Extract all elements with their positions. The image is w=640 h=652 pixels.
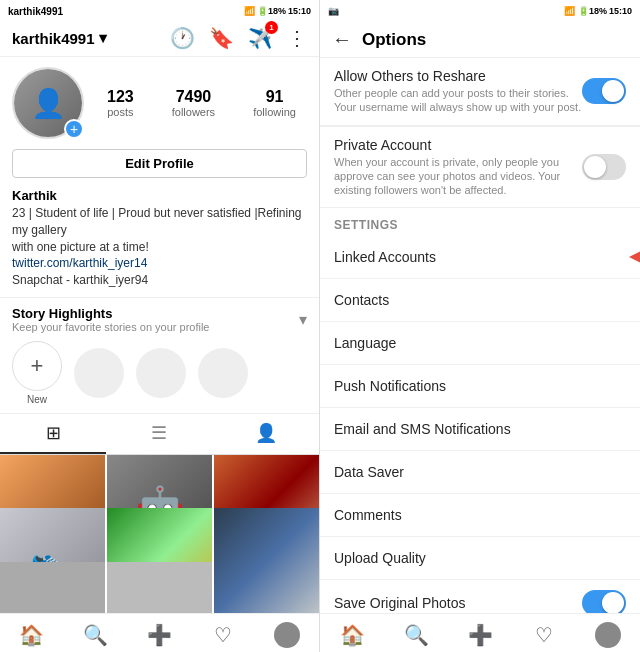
- allow-reshare-label: Allow Others to Reshare: [334, 68, 582, 84]
- settings-section-header: SETTINGS: [320, 208, 640, 236]
- bio-text: 23 | Student of life | Proud but never s…: [12, 205, 307, 289]
- data-saver-label: Data Saver: [334, 464, 404, 480]
- save-original-photos-knob: [602, 592, 624, 613]
- bio-name: Karthik: [12, 188, 307, 203]
- tab-list[interactable]: ☰: [106, 414, 212, 454]
- story-new[interactable]: + New: [12, 341, 62, 405]
- right-panel: 📷 📶 🔋18% 15:10 ← Options Allow Others to…: [320, 0, 640, 652]
- bio-section: Karthik 23 | Student of life | Proud but…: [0, 188, 319, 297]
- allow-reshare-knob: [602, 80, 624, 102]
- story-circle-2[interactable]: [136, 348, 186, 398]
- bookmark-icon[interactable]: 🔖: [209, 26, 234, 50]
- push-notifications-label: Push Notifications: [334, 378, 446, 394]
- story-circles: + New: [12, 341, 307, 405]
- story-circle-1[interactable]: [74, 348, 124, 398]
- data-saver-row[interactable]: Data Saver: [320, 451, 640, 494]
- menu-icon[interactable]: ⋮: [287, 26, 307, 50]
- new-story-button[interactable]: +: [12, 341, 62, 391]
- clock-icon[interactable]: 🕐: [170, 26, 195, 50]
- linked-accounts-row[interactable]: Linked Accounts: [320, 236, 640, 279]
- push-notifications-row[interactable]: Push Notifications: [320, 365, 640, 408]
- tab-bar: ⊞ ☰ 👤: [0, 414, 319, 455]
- allow-reshare-description: Other people can add your posts to their…: [334, 86, 582, 115]
- followers-label: followers: [172, 106, 215, 118]
- new-story-label: New: [27, 394, 47, 405]
- private-account-label: Private Account: [334, 137, 582, 153]
- story-highlights-title: Story Highlights: [12, 306, 210, 321]
- save-original-photos-toggle[interactable]: [582, 590, 626, 613]
- right-nav-home[interactable]: 🏠: [320, 622, 384, 648]
- left-panel: karthik4991 📶 🔋18% 15:10 karthik4991 ▾ 🕐…: [0, 0, 320, 652]
- left-status-icons: 📶 🔋18% 15:10: [244, 6, 311, 16]
- private-account-knob: [584, 156, 606, 178]
- header-username: karthik4991: [12, 30, 95, 47]
- followers-stat[interactable]: 7490 followers: [172, 88, 215, 118]
- private-account-toggle[interactable]: [582, 154, 626, 180]
- upload-quality-row[interactable]: Upload Quality: [320, 537, 640, 580]
- photo-cell-8[interactable]: [107, 562, 212, 613]
- tab-grid[interactable]: ⊞: [0, 414, 106, 454]
- posts-label: posts: [107, 106, 133, 118]
- stats-area: 123 posts 7490 followers 91 following: [96, 88, 307, 118]
- dropdown-icon: ▾: [99, 29, 107, 47]
- allow-reshare-row: Allow Others to Reshare Other people can…: [320, 58, 640, 125]
- right-status-icons: 📶 🔋18% 15:10: [564, 6, 632, 16]
- following-stat[interactable]: 91 following: [253, 88, 296, 118]
- language-row[interactable]: Language: [320, 322, 640, 365]
- left-status-time: 15:10: [288, 6, 311, 16]
- photo-cell-6[interactable]: [214, 508, 319, 613]
- right-status-time: 15:10: [609, 6, 632, 16]
- right-bottom-nav: 🏠 🔍 ➕ ♡: [320, 613, 640, 652]
- private-account-description: When your account is private, only peopl…: [334, 155, 582, 198]
- bio-line1: 23 | Student of life | Proud but never s…: [12, 206, 302, 237]
- photo-cell-7[interactable]: [0, 562, 105, 613]
- left-status-bar: karthik4991 📶 🔋18% 15:10: [0, 0, 319, 22]
- username-area[interactable]: karthik4991 ▾: [12, 29, 107, 47]
- profile-top: 👤 + 123 posts 7490 followers 91 followin…: [12, 67, 307, 139]
- edit-profile-button[interactable]: Edit Profile: [12, 149, 307, 178]
- options-content: Allow Others to Reshare Other people can…: [320, 58, 640, 613]
- upload-quality-label: Upload Quality: [334, 550, 426, 566]
- contacts-row[interactable]: Contacts: [320, 279, 640, 322]
- nav-add[interactable]: ➕: [128, 622, 192, 648]
- tab-tagged[interactable]: 👤: [213, 414, 319, 454]
- avatar-add-button[interactable]: +: [64, 119, 84, 139]
- right-nav-activity[interactable]: ♡: [512, 622, 576, 648]
- posts-stat[interactable]: 123 posts: [107, 88, 134, 118]
- comments-row[interactable]: Comments: [320, 494, 640, 537]
- left-bottom-nav: 🏠 🔍 ➕ ♡: [0, 613, 319, 652]
- story-circle-3[interactable]: [198, 348, 248, 398]
- bio-link1[interactable]: twitter.com/karthik_iyer14: [12, 256, 147, 270]
- nav-home[interactable]: 🏠: [0, 622, 64, 648]
- nav-activity[interactable]: ♡: [191, 622, 255, 648]
- linked-accounts-label: Linked Accounts: [334, 249, 436, 265]
- private-account-label-area: Private Account When your account is pri…: [334, 137, 582, 198]
- right-nav-add[interactable]: ➕: [448, 622, 512, 648]
- comments-label: Comments: [334, 507, 402, 523]
- following-count: 91: [266, 88, 284, 106]
- following-label: following: [253, 106, 296, 118]
- nav-search[interactable]: 🔍: [64, 622, 128, 648]
- followers-count: 7490: [176, 88, 212, 106]
- email-sms-notifications-row[interactable]: Email and SMS Notifications: [320, 408, 640, 451]
- right-header: ← Options: [320, 22, 640, 58]
- email-sms-label: Email and SMS Notifications: [334, 421, 511, 437]
- photo-grid: 🤖 👟: [0, 455, 319, 613]
- posts-count: 123: [107, 88, 134, 106]
- save-original-photos-row: Save Original Photos: [320, 580, 640, 613]
- private-account-row: Private Account When your account is pri…: [320, 126, 640, 209]
- story-highlights: Story Highlights Keep your favorite stor…: [0, 297, 319, 414]
- right-nav-profile[interactable]: [576, 622, 640, 648]
- story-highlights-subtitle: Keep your favorite stories on your profi…: [12, 321, 210, 333]
- header-icons: 🕐 🔖 ✈️ 1 ⋮: [170, 26, 307, 50]
- nav-profile[interactable]: [255, 622, 319, 648]
- right-profile-avatar-small: [595, 622, 621, 648]
- right-nav-search[interactable]: 🔍: [384, 622, 448, 648]
- notification-icon[interactable]: ✈️ 1: [248, 26, 273, 50]
- contacts-label: Contacts: [334, 292, 389, 308]
- back-button[interactable]: ←: [332, 28, 352, 51]
- notification-badge: 1: [265, 21, 278, 34]
- allow-reshare-toggle[interactable]: [582, 78, 626, 104]
- allow-reshare-label-area: Allow Others to Reshare Other people can…: [334, 68, 582, 115]
- options-title: Options: [362, 30, 426, 50]
